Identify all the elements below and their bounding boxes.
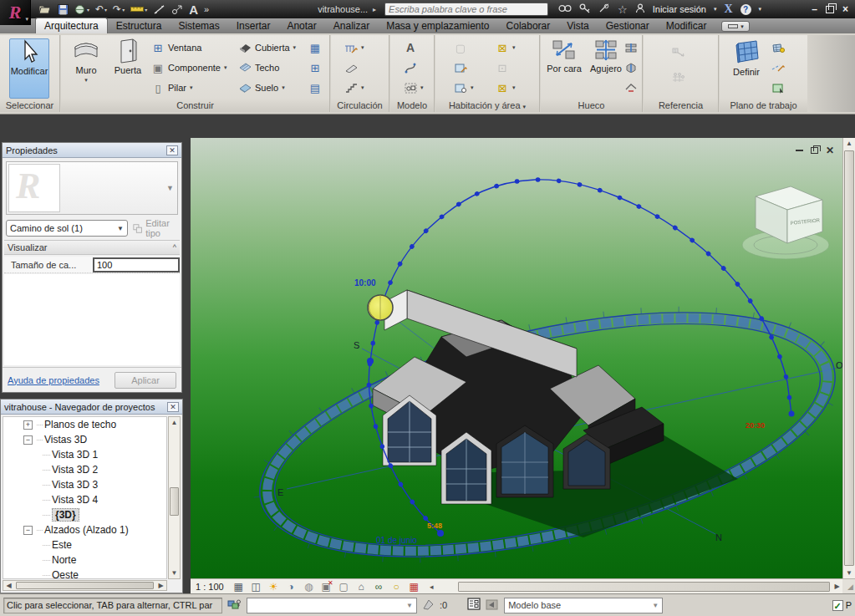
favorites-star-icon[interactable]: ☆ <box>618 3 628 16</box>
tree-item-vista-3d-1[interactable]: ·····Vista 3D 1 <box>3 447 166 462</box>
application-menu-button[interactable]: R ▾ <box>0 0 31 25</box>
date-label[interactable]: 01 de junio <box>376 536 417 545</box>
measure-button[interactable]: ▾ <box>130 5 147 13</box>
sync-button[interactable]: ▾ <box>74 4 89 15</box>
arc-node[interactable] <box>367 358 374 364</box>
aligned-dimension-button[interactable] <box>153 4 165 15</box>
tree-item-este[interactable]: ·····Este <box>3 537 166 552</box>
techo-button[interactable]: Techo <box>238 59 279 77</box>
curtain-grid-button[interactable]: ⊞ <box>308 59 322 77</box>
save-button[interactable] <box>58 4 69 15</box>
puerta-button[interactable]: Puerta <box>108 38 148 99</box>
collapse-icon[interactable]: ^ <box>173 243 176 252</box>
etiquetar-habitacion-button[interactable]: ▾ <box>454 79 474 97</box>
close-icon[interactable]: ✕ <box>166 145 178 155</box>
componente-button[interactable]: ▣Componente▾ <box>151 59 227 77</box>
element-filter-select[interactable]: Camino de sol (1)▼ <box>6 220 128 237</box>
tree-item-alzados[interactable]: −····Alzados (Alzado 1) <box>3 522 166 537</box>
habitacion-button[interactable]: ▢ <box>454 38 467 57</box>
sunrise-node[interactable] <box>437 530 444 537</box>
viewport-horizontal-scrollbar[interactable]: ▶ <box>456 578 842 593</box>
separador-habitacion-button[interactable] <box>454 59 467 77</box>
search-input[interactable] <box>389 4 544 14</box>
rampa-button[interactable] <box>344 59 358 77</box>
checkbox-checked-icon[interactable]: ✓ <box>832 600 843 611</box>
section-visualizar[interactable]: Visualizar ^ <box>4 240 180 255</box>
tree-item-norte[interactable]: ·····Norte <box>3 552 166 568</box>
texto-modelo-button[interactable]: A <box>404 38 417 57</box>
browser-horizontal-scrollbar[interactable]: ◀ ▶ <box>3 580 167 591</box>
properties-help-link[interactable]: Ayuda de propiedades <box>8 375 99 385</box>
tab-analizar[interactable]: Analizar <box>325 18 378 33</box>
exclude-options-icon[interactable] <box>486 598 499 613</box>
cubierta-button[interactable]: Cubierta▾ <box>238 38 296 57</box>
muro-button[interactable]: Muro ▾ <box>66 38 106 99</box>
modify-button[interactable]: Modificar <box>9 38 49 99</box>
pilar-button[interactable]: ▯Pilar▾ <box>151 79 193 97</box>
scroll-left-icon[interactable]: ◀ <box>3 580 14 591</box>
scroll-up-icon[interactable]: ▲ <box>843 138 855 149</box>
mullion-button[interactable]: ▤ <box>308 79 322 97</box>
chevron-down-icon[interactable]: ▾ <box>759 6 762 13</box>
definir-button[interactable]: Definir <box>726 38 766 99</box>
resize-grip[interactable]: ◢ <box>842 578 855 593</box>
curtain-system-button[interactable]: ▦ <box>308 38 322 57</box>
view-restore-icon[interactable] <box>811 147 818 154</box>
help-search-box[interactable] <box>384 3 548 16</box>
etiquetar-area-button[interactable]: ⊠▾ <box>496 79 516 97</box>
text-button[interactable]: A <box>189 3 198 17</box>
temporary-hide-isolate-icon[interactable]: ∞ <box>373 581 385 593</box>
mostrar-plano-button[interactable] <box>771 38 785 57</box>
sign-in-button[interactable]: Iniciar sesión <box>653 4 706 14</box>
properties-header[interactable]: Propiedades ✕ <box>3 143 181 158</box>
grupo-modelo-button[interactable]: ▾ <box>404 79 424 97</box>
viewbar-scroll-left-icon[interactable]: ◂ <box>425 583 438 591</box>
design-options-dialog-icon[interactable] <box>467 598 481 613</box>
scroll-right-icon[interactable]: ▶ <box>155 580 166 591</box>
reveal-hidden-icon[interactable]: ○ <box>390 581 403 593</box>
view-minimize-icon[interactable] <box>796 150 803 151</box>
sun-sphere[interactable] <box>368 295 393 320</box>
area-button[interactable]: ⊠▾ <box>496 38 516 57</box>
tree-item-3d-current[interactable]: ·····{3D} <box>3 507 166 522</box>
hueco-vertical-button[interactable] <box>624 59 638 77</box>
suelo-button[interactable]: Suelo▾ <box>238 79 285 97</box>
sun-time-label[interactable]: 10:00 <box>354 278 376 288</box>
open-button[interactable] <box>38 4 52 14</box>
tab-estructura[interactable]: Estructura <box>108 18 170 33</box>
visor-button[interactable] <box>771 79 785 97</box>
hueco-buhardilla-button[interactable] <box>624 79 638 97</box>
tab-anotar[interactable]: Anotar <box>278 18 324 33</box>
restore-button[interactable] <box>826 6 834 13</box>
view-scale-button[interactable]: 1 : 100 <box>196 582 224 592</box>
tab-vista[interactable]: Vista <box>558 18 597 33</box>
viewcube[interactable]: POSTERIOR <box>742 186 829 259</box>
communication-center-icon[interactable] <box>598 3 610 15</box>
search-icon[interactable] <box>558 3 572 15</box>
active-workset-select[interactable]: ▼ <box>247 598 417 613</box>
sun-path-icon[interactable]: ☀ <box>267 581 280 593</box>
tag-button[interactable] <box>171 4 183 15</box>
tab-masa-y-emplazamiento[interactable]: Masa y emplazamiento <box>378 18 497 33</box>
visual-style-icon[interactable]: ◫ <box>250 581 262 593</box>
plano-referencia-button[interactable] <box>771 59 785 77</box>
redo-button[interactable]: ↷▾ <box>113 3 125 15</box>
rendering-dialog-icon[interactable]: ◍ <box>303 581 315 593</box>
crop-view-icon[interactable]: ▣✕ <box>320 581 333 593</box>
hueco-muro-button[interactable] <box>624 38 638 57</box>
analytical-model-icon[interactable]: ▦ <box>408 581 420 593</box>
press-drag-option[interactable]: ✓ P <box>832 600 852 611</box>
scroll-down-icon[interactable]: ▼ <box>843 568 855 578</box>
scroll-right-icon[interactable]: ▶ <box>832 581 842 592</box>
tree-item-planos-de-techo[interactable]: +····Planos de techo <box>3 417 166 432</box>
tree-item-vista-3d-2[interactable]: ·····Vista 3D 2 <box>3 462 166 477</box>
close-button[interactable]: × <box>842 3 848 15</box>
sunrise-time-label[interactable]: 5:48 <box>427 522 442 530</box>
help-button[interactable]: ? <box>740 4 751 15</box>
ribbon-state-toggle[interactable]: ▾ <box>721 21 750 32</box>
barandilla-button[interactable]: ▾ <box>344 38 364 57</box>
tree-item-oeste[interactable]: ·····Oeste <box>3 568 166 579</box>
crop-region-visibility-icon[interactable]: ▢ <box>338 581 350 593</box>
browser-vertical-scrollbar[interactable]: ▲ ▼ <box>168 416 181 579</box>
exchange-apps-button[interactable]: X <box>724 3 732 16</box>
